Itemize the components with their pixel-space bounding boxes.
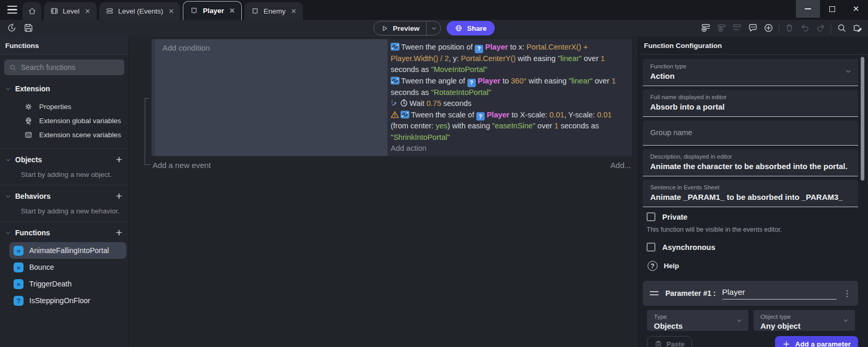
action-text-segment: 360°: [511, 77, 526, 85]
tab-level-events[interactable]: Level (Events) ✕: [99, 2, 180, 20]
close-tab-icon[interactable]: ✕: [229, 7, 235, 15]
asynchronous-checkbox-row[interactable]: Asynchronous: [647, 243, 858, 252]
private-checkbox-row[interactable]: Private: [647, 212, 858, 221]
function-type-select[interactable]: Function type Action: [643, 59, 858, 86]
parameter-type-select[interactable]: Type Objects: [647, 310, 748, 331]
section-objects[interactable]: Objects +: [0, 153, 128, 166]
action-text-segment: "linear": [558, 54, 582, 63]
preview-button[interactable]: Preview: [373, 21, 441, 35]
add-new-event-button[interactable]: Add a new event: [153, 161, 211, 170]
object-type-select[interactable]: Object type Any object: [754, 310, 855, 331]
group-name-field[interactable]: Group name: [643, 121, 858, 146]
tab-player[interactable]: Player ✕: [183, 1, 241, 20]
save-icon[interactable]: [23, 22, 34, 33]
chevron-down-icon[interactable]: [5, 230, 11, 236]
function-item-issteppingonfloor[interactable]: ? IsSteppingOnFloor: [9, 292, 126, 309]
checkbox-label: Asynchronous: [662, 243, 715, 252]
add-parameter-label: Add a parameter: [795, 340, 851, 347]
kebab-menu-icon[interactable]: ⋮: [843, 289, 851, 298]
maximize-button[interactable]: [820, 0, 844, 18]
close-tab-icon[interactable]: ✕: [291, 7, 297, 15]
event-action[interactable]: Wait 0.75 seconds: [391, 98, 627, 110]
sidebar-item-extension-global-variables[interactable]: Extension global variables: [0, 114, 128, 128]
function-item-animatefallingintoportal[interactable]: » AnimateFallingIntoPortal: [9, 242, 126, 259]
description-field[interactable]: Description, displayed in editor Animate…: [643, 149, 858, 176]
add-circle-icon[interactable]: [763, 22, 774, 33]
chevron-down-icon: [844, 68, 852, 75]
add-condition-button[interactable]: Add condition: [162, 43, 210, 52]
preview-options-chevron-icon[interactable]: [426, 21, 440, 35]
asynchronous-checkbox[interactable]: [647, 243, 655, 252]
function-item-triggerdeath[interactable]: » TriggerDeath: [9, 276, 126, 292]
add-object-button[interactable]: +: [116, 154, 122, 165]
event-conditions-cell[interactable]: Add condition: [151, 39, 388, 156]
object-badge-icon: ?: [467, 79, 476, 87]
parameter-name-input[interactable]: [722, 288, 837, 300]
close-window-button[interactable]: ✕: [844, 0, 868, 18]
section-extension[interactable]: Extension: [0, 82, 128, 95]
help-button[interactable]: ? Help: [648, 261, 858, 271]
main-toolbar: Preview Share: [0, 20, 868, 37]
sentence-field[interactable]: Sentence in Events Sheet Animate _PARAM1…: [643, 180, 858, 207]
tab-level[interactable]: Level ✕: [44, 2, 97, 20]
sidebar-item-properties[interactable]: Properties: [0, 100, 128, 114]
sidebar-item-extension-scene-variables[interactable]: Extension scene variables: [0, 128, 128, 142]
drag-handle-icon[interactable]: [650, 291, 659, 295]
events-sheet-icon: [105, 7, 114, 15]
functions-sidebar: Functions Extension Properties: [0, 37, 129, 347]
close-tab-icon[interactable]: ✕: [168, 7, 174, 15]
function-action-icon: »: [14, 279, 24, 289]
field-label: Sentence in Events Sheet: [650, 184, 851, 190]
history-icon[interactable]: [6, 22, 17, 33]
add-action-button[interactable]: Add action: [391, 143, 627, 154]
chevron-down-icon[interactable]: [5, 194, 11, 199]
tab-home[interactable]: [22, 2, 41, 20]
delete-icon[interactable]: [784, 22, 795, 33]
search-icon[interactable]: [836, 22, 847, 33]
events-sheet[interactable]: Add condition Tween the position of ?Pla…: [129, 37, 638, 347]
function-item-bounce[interactable]: » Bounce: [9, 259, 126, 276]
event-actions-cell[interactable]: Tween the position of ?Player to x: Port…: [388, 39, 632, 156]
event-action[interactable]: Tween the position of ?Player to x: Port…: [391, 42, 627, 76]
event-block[interactable]: Add condition Tween the position of ?Pla…: [151, 39, 632, 156]
tab-label: Enemy: [264, 7, 286, 15]
tabs: Level ✕ Level (Events) ✕ Player ✕: [22, 0, 303, 20]
add-more-button[interactable]: Add...: [611, 161, 631, 170]
search-input[interactable]: [21, 63, 120, 71]
add-other-events-icon[interactable]: [732, 22, 743, 33]
minimize-button[interactable]: [796, 0, 820, 18]
section-functions[interactable]: Functions +: [0, 226, 128, 239]
function-label: TriggerDeath: [29, 280, 72, 288]
full-name-field[interactable]: Full name displayed in editor Absorb int…: [643, 90, 858, 117]
add-subevent-icon[interactable]: [716, 22, 727, 33]
parameter-1-card[interactable]: Parameter #1 : ⋮: [643, 281, 858, 306]
tab-enemy[interactable]: Enemy ✕: [244, 2, 303, 20]
action-text-segment: with easing: [526, 77, 569, 85]
private-helper-text: This function will be visible in the eve…: [647, 226, 858, 233]
comment-icon[interactable]: [747, 22, 758, 33]
event-action[interactable]: Tween the angle of ?Player to 360° with …: [391, 76, 627, 98]
add-event-icon[interactable]: [700, 22, 711, 33]
panel-title: Function Configuration: [639, 37, 868, 55]
action-text-segment: with easing: [515, 54, 558, 63]
section-behaviors[interactable]: Behaviors +: [0, 190, 128, 202]
share-button[interactable]: Share: [447, 21, 495, 35]
chevron-down-icon: [736, 317, 743, 324]
redo-icon[interactable]: [815, 22, 826, 33]
chevron-down-icon[interactable]: [5, 86, 11, 92]
search-functions-input[interactable]: [4, 59, 124, 75]
hamburger-menu-icon[interactable]: [7, 6, 17, 14]
add-behavior-button[interactable]: +: [116, 191, 122, 201]
chevron-down-icon[interactable]: [5, 157, 11, 163]
paste-button[interactable]: Paste: [647, 336, 692, 347]
add-function-button[interactable]: +: [116, 228, 122, 238]
private-checkbox[interactable]: [647, 212, 655, 221]
edit-extension-icon[interactable]: [852, 22, 863, 33]
tween-icon: [391, 43, 400, 51]
globe-icon: [454, 24, 463, 32]
undo-icon[interactable]: [800, 22, 811, 33]
event-action[interactable]: Tween the scale of ?Player to X-scale: 0…: [391, 110, 627, 143]
add-parameter-button[interactable]: Add a parameter: [775, 336, 858, 347]
close-tab-icon[interactable]: ✕: [85, 7, 90, 15]
panel-scrollbar[interactable]: [861, 57, 864, 181]
